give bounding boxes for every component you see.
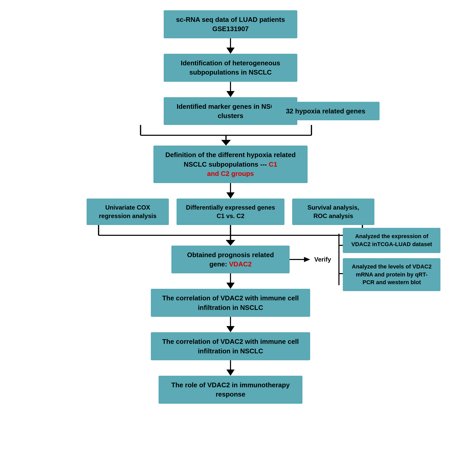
bracket-svg xyxy=(335,231,343,288)
box-definition: Definition of the different hypoxia rela… xyxy=(153,146,308,183)
box-scrna-line1: sc-RNA seq data of LUAD patients xyxy=(176,16,285,23)
arrow-line2 xyxy=(230,82,231,91)
arrow8 xyxy=(226,360,235,376)
arrow-line4 xyxy=(230,183,231,192)
arrow1 xyxy=(226,38,235,54)
arrow4 xyxy=(226,183,235,199)
box-correlation1: The correlation of VDAC2 with immune cel… xyxy=(151,289,310,317)
box-immunotherapy: The role of VDAC2 in immunotherapy respo… xyxy=(159,376,302,404)
box-deg-line2: C1 vs. C2 xyxy=(184,212,277,220)
row-three-boxes: Univariate COX regression analysis Diffe… xyxy=(51,199,410,225)
arrow-line8 xyxy=(230,360,231,370)
arrow2 xyxy=(226,82,235,97)
svg-marker-4 xyxy=(221,140,231,146)
arrow-head6 xyxy=(226,283,235,289)
box-scrna-line2: GSE131907 xyxy=(212,25,249,33)
box-deg-line1: Differentially expressed genes xyxy=(184,203,277,212)
verify-boxes: Analyzed the expression of VDAC2 inTCGA-… xyxy=(343,228,440,291)
row-verify: Obtained prognosis related gene: VDAC2 V… xyxy=(51,246,410,274)
box-verify1: Analyzed the expression of VDAC2 inTCGA-… xyxy=(343,228,440,253)
arrow-head4 xyxy=(226,192,235,199)
box-vdac2: Obtained prognosis related gene: VDAC2 xyxy=(171,246,290,274)
box-cox: Univariate COX regression analysis xyxy=(87,199,169,225)
box-hypoxia-genes: 32 hypoxia related genes xyxy=(272,102,380,120)
verify-section: Verify Analyzed the expression of VDAC2 … xyxy=(290,228,440,291)
box-correlation2: The correlation of VDAC2 with immune cel… xyxy=(151,332,310,360)
svg-marker-10 xyxy=(226,240,235,246)
box-survival-line1: Survival analysis, xyxy=(300,203,367,212)
box-identification: Identification of heterogeneous subpopul… xyxy=(164,54,297,82)
box-verify2: Analyzed the levels of VDAC2 mRNA and pr… xyxy=(343,258,440,291)
arrow-line xyxy=(230,38,231,48)
box-deg: Differentially expressed genes C1 vs. C2 xyxy=(177,199,284,225)
box-survival: Survival analysis, ROC analysis xyxy=(292,199,374,225)
arrow-head xyxy=(226,48,235,54)
arrow-line6 xyxy=(230,273,231,283)
box-scrna: sc-RNA seq data of LUAD patients GSE1319… xyxy=(164,10,297,38)
arrow7 xyxy=(226,317,235,332)
merge-lines-row3 xyxy=(51,125,410,146)
arrow-head7 xyxy=(226,326,235,332)
arrow-line7 xyxy=(230,317,231,326)
row3: Identified marker genes in NSCLC cluster… xyxy=(51,97,410,125)
box-vdac2-red: VDAC2 xyxy=(229,260,252,268)
verify-arrow xyxy=(290,254,310,265)
arrow-head2 xyxy=(226,91,235,97)
flowchart: sc-RNA seq data of LUAD patients GSE1319… xyxy=(51,10,410,404)
box-survival-line2: ROC analysis xyxy=(300,212,367,220)
verify-bracket-section: Analyzed the expression of VDAC2 inTCGA-… xyxy=(335,228,440,291)
svg-marker-12 xyxy=(304,257,310,262)
merge-svg xyxy=(51,125,410,146)
verify-label: Verify xyxy=(314,256,331,263)
arrow-head8 xyxy=(226,370,235,376)
arrow6 xyxy=(226,273,235,289)
